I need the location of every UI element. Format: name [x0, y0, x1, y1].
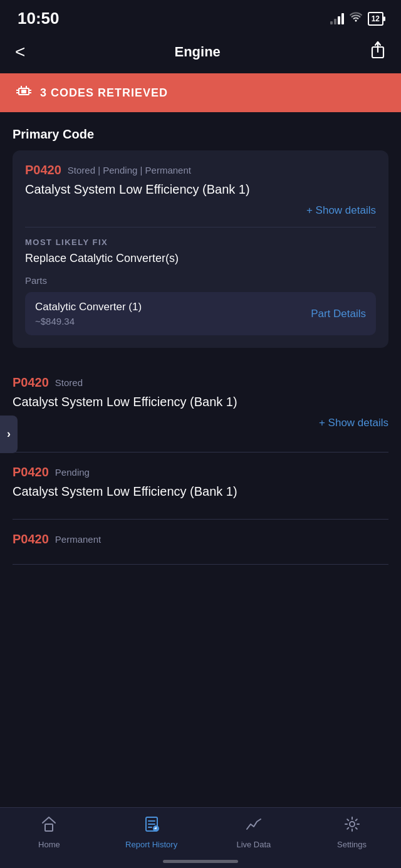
- parts-label: Parts: [25, 275, 376, 286]
- wifi-icon: [349, 12, 363, 25]
- codes-banner: 3 CODES RETRIEVED: [0, 73, 401, 112]
- code-permanent-status: Permanent: [55, 534, 101, 545]
- primary-code-header: P0420 Stored | Pending | Permanent: [25, 163, 376, 177]
- primary-code-id: P0420: [25, 163, 61, 177]
- primary-code-card: P0420 Stored | Pending | Permanent Catal…: [13, 150, 388, 348]
- code-permanent-header: P0420 Permanent: [13, 532, 388, 546]
- home-icon: [40, 815, 58, 837]
- status-icons: 12: [330, 12, 383, 26]
- svg-point-18: [350, 822, 355, 827]
- code-pending-description: Catalyst System Low Efficiency (Bank 1): [13, 484, 388, 499]
- primary-code-title: Primary Code: [13, 127, 388, 142]
- stored-show-details-link[interactable]: + Show details: [13, 417, 388, 429]
- live-data-icon: [245, 815, 263, 837]
- divider-1: [25, 227, 376, 227]
- svg-rect-10: [45, 824, 53, 831]
- status-time: 10:50: [18, 9, 60, 28]
- most-likely-fix: Replace Catalytic Converter(s): [25, 252, 376, 265]
- code-stored-status: Stored: [55, 377, 83, 388]
- part-details-link[interactable]: Part Details: [311, 308, 366, 320]
- part-info: Catalytic Converter (1) ~$849.34: [35, 301, 142, 327]
- most-likely-label: MOST LIKELY FIX: [25, 238, 376, 247]
- battery-icon: 12: [368, 12, 383, 26]
- header: < Engine: [0, 34, 401, 73]
- code-list-item-permanent: P0420 Permanent: [13, 520, 388, 565]
- codes-banner-text: 3 CODES RETRIEVED: [40, 86, 168, 100]
- report-history-icon: [143, 815, 160, 837]
- nav-report-history[interactable]: Report History: [125, 815, 177, 849]
- nav-settings-label: Settings: [337, 840, 367, 849]
- code-pending-id: P0420: [13, 465, 49, 479]
- code-pending-header: P0420 Pending: [13, 465, 388, 479]
- signal-icon: [330, 13, 344, 24]
- bottom-nav: Home Report History Live Data: [0, 807, 401, 868]
- back-button[interactable]: <: [15, 43, 25, 61]
- nav-report-history-label: Report History: [125, 840, 177, 849]
- code-pending-status: Pending: [55, 467, 90, 478]
- code-stored-description: Catalyst System Low Efficiency (Bank 1): [13, 395, 388, 409]
- primary-code-description: Catalyst System Low Efficiency (Bank 1): [25, 182, 376, 197]
- part-price: ~$849.34: [35, 316, 142, 327]
- code-stored-id: P0420: [13, 375, 49, 390]
- primary-code-status: Stored | Pending | Permanent: [68, 165, 191, 175]
- main-content: Primary Code P0420 Stored | Pending | Pe…: [0, 112, 401, 640]
- code-stored-header: P0420 Stored: [13, 375, 388, 390]
- share-button[interactable]: [370, 41, 386, 63]
- engine-icon: [15, 83, 33, 102]
- svg-rect-3: [21, 90, 26, 93]
- home-indicator: [163, 860, 238, 863]
- code-permanent-id: P0420: [13, 532, 49, 546]
- nav-live-data-label: Live Data: [236, 840, 271, 849]
- nav-live-data[interactable]: Live Data: [232, 815, 276, 849]
- page-title: Engine: [175, 44, 221, 60]
- code-list-item-pending: P0420 Pending Catalyst System Low Effici…: [13, 452, 388, 520]
- part-name: Catalytic Converter (1): [35, 301, 142, 313]
- status-bar: 10:50 12: [0, 0, 401, 34]
- code-list-item-stored: P0420 Stored Catalyst System Low Efficie…: [13, 363, 388, 452]
- settings-icon: [343, 815, 361, 837]
- nav-home[interactable]: Home: [27, 815, 71, 849]
- nav-home-label: Home: [38, 840, 60, 849]
- nav-settings[interactable]: Settings: [330, 815, 374, 849]
- primary-show-details-link[interactable]: + Show details: [25, 204, 376, 217]
- drawer-handle[interactable]: ›: [0, 416, 18, 453]
- parts-card: Catalytic Converter (1) ~$849.34 Part De…: [25, 292, 376, 335]
- chevron-right-icon: ›: [7, 427, 11, 441]
